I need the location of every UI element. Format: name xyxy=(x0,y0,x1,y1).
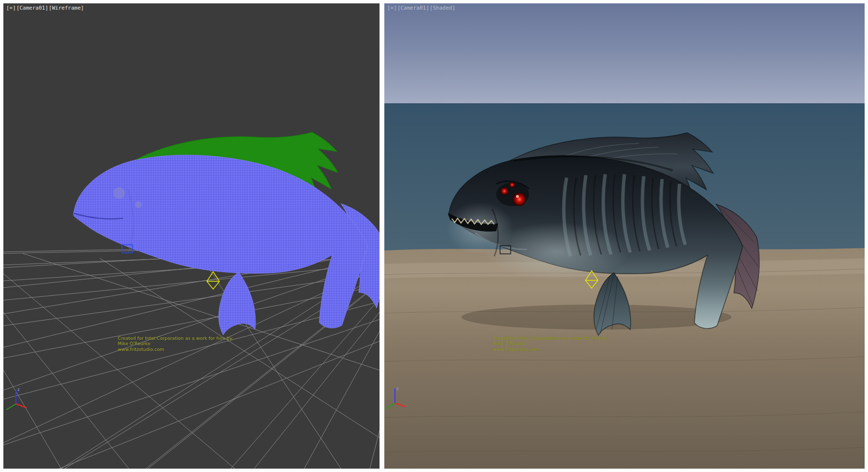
fish-eye-large-highlight xyxy=(516,195,519,198)
ground-terrain xyxy=(384,248,865,469)
watermark-line3: www.fritzstudio.com xyxy=(118,347,233,352)
watermark: Created for Intel Corporation as a work … xyxy=(118,335,233,352)
shaded-canvas[interactable]: z xyxy=(384,3,865,469)
viewport-menu-general[interactable]: [+] xyxy=(387,5,397,11)
viewport-menu-general[interactable]: [+] xyxy=(6,5,16,11)
viewport-layout: z [+][Camera01][Wireframe] Created for I… xyxy=(0,0,868,472)
watermark-line1: Created for Intel Corporation as a work … xyxy=(493,335,609,341)
fish-eye-left-small xyxy=(135,201,142,208)
fish-eye-left-large xyxy=(113,187,125,199)
watermark: Created for Intel Corporation as a work … xyxy=(493,335,609,352)
viewport-shaded[interactable]: z [+][Camera01][Shaded] Created for Inte… xyxy=(384,3,865,469)
fish-eye-large xyxy=(513,193,526,206)
axis-z-label: z xyxy=(17,387,20,392)
wireframe-canvas[interactable]: z xyxy=(3,3,380,469)
viewport-label: [+][Camera01][Wireframe] xyxy=(6,5,84,11)
viewport-wireframe[interactable]: z [+][Camera01][Wireframe] Created for I… xyxy=(3,3,380,469)
ground-grid xyxy=(3,244,380,469)
watermark-line2: Mike O'Rourke xyxy=(493,341,609,346)
fish-eye-mid xyxy=(501,187,508,195)
watermark-line3: www.fritzstudio.com xyxy=(493,347,609,352)
viewport-menu-pov[interactable]: [Camera01] xyxy=(397,5,429,11)
axis-z-label: z xyxy=(396,386,399,391)
viewport-menu-pov[interactable]: [Camera01] xyxy=(16,5,48,11)
axis-tripod: z xyxy=(6,387,27,410)
fish-pectoral-fin[interactable] xyxy=(219,272,256,335)
watermark-line2: Mike O'Rourke xyxy=(118,341,233,346)
viewport-label: [+][Camera01][Shaded] xyxy=(387,5,456,11)
fish-eye-small xyxy=(510,182,515,188)
fish-model-wireframe[interactable] xyxy=(73,132,380,335)
viewport-menu-shading[interactable]: [Shaded] xyxy=(430,5,455,11)
viewport-menu-shading[interactable]: [Wireframe] xyxy=(49,5,84,11)
watermark-line1: Created for Intel Corporation as a work … xyxy=(118,335,233,341)
